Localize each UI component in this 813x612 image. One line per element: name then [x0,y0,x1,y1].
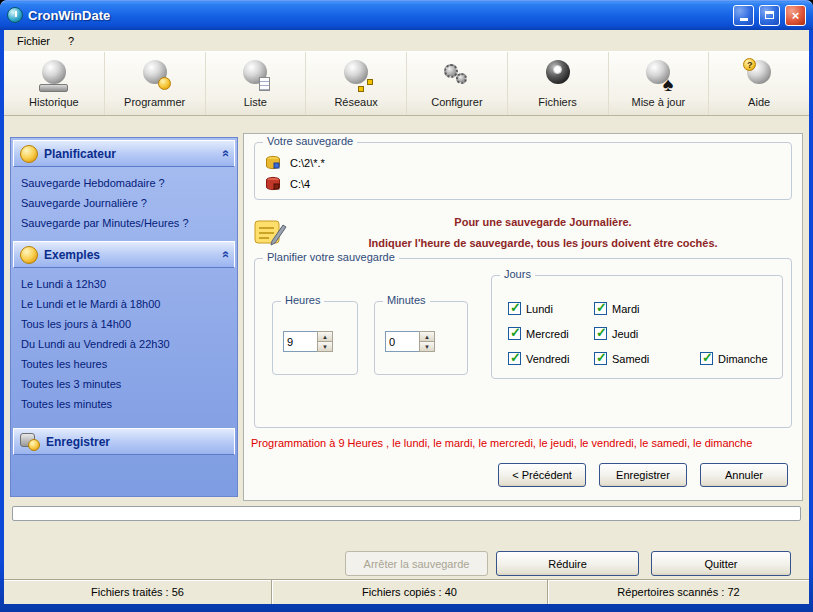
info-text: Pour une sauvegarde Journalière. Indique… [292,216,794,249]
toolbar-button-reseaux[interactable]: Réseaux [306,52,407,115]
hours-spin-down-icon[interactable]: ▼ [317,341,333,352]
menu-help[interactable]: ? [59,32,83,50]
checkbox-icon[interactable] [594,302,607,315]
sidebar-link-exemple-3[interactable]: Tous les jours à 14h00 [11,314,237,334]
day-label: Lundi [526,303,553,315]
checkbox-icon[interactable] [594,327,607,340]
toolbar-button-fichiers[interactable]: Fichiers [508,52,609,115]
checkbox-dimanche[interactable]: Dimanche [700,352,768,365]
title-bar[interactable]: CronWinDate × [0,0,813,30]
maximize-icon [765,11,774,19]
checkbox-jeudi[interactable]: Jeudi [594,327,700,340]
toolbar-label: Liste [244,96,267,108]
note-pencil-icon [252,215,288,249]
save-machine-icon [20,433,40,451]
toolbar: Historique Programmer Liste Réseaux Conf… [4,51,809,116]
examples-icon [20,246,38,264]
toolbar-button-liste[interactable]: Liste [206,52,307,115]
checkbox-vendredi[interactable]: Vendredi [508,352,594,365]
checkbox-icon[interactable] [594,352,607,365]
minutes-spin-up-icon[interactable]: ▲ [419,331,435,341]
sidebar-header-planificateur[interactable]: Planificateur » [13,140,235,167]
update-icon: ♠ [640,57,676,93]
sidebar-link-sauvegarde-minutes-heures[interactable]: Sauvegarde par Minutes/Heures ? [11,213,237,233]
stop-backup-button[interactable]: Arrêter la sauvegarde [345,551,488,576]
window-title: CronWinDate [28,8,728,23]
quit-button[interactable]: Quitter [651,551,791,576]
status-directories-scanned: Répertoires scannés : 72 [548,580,809,604]
minutes-input[interactable] [385,331,419,352]
checkbox-lundi[interactable]: Lundi [508,302,594,315]
checkbox-samedi[interactable]: Samedi [594,352,700,365]
sidebar-link-exemple-2[interactable]: Le Lundi et le Mardi à 18h00 [11,294,237,314]
backup-path-row[interactable]: C:\4 [255,173,791,194]
sidebar-links-planificateur: Sauvegarde Hebdomadaire ? Sauvegarde Jou… [11,167,237,239]
day-label: Mercredi [526,328,569,340]
sidebar-link-exemple-6[interactable]: Toutes les 3 minutes [11,374,237,394]
toolbar-button-configurer[interactable]: Configurer [407,52,508,115]
main-panel: Votre sauvegarde C:\2\*.* C:\4 [243,133,803,501]
toolbar-label: Programmer [124,96,185,108]
checkbox-icon[interactable] [508,327,521,340]
backup-path-row[interactable]: C:\2\*.* [255,152,791,173]
files-icon [540,57,576,93]
previous-button[interactable]: < Précédent [498,463,586,487]
maximize-button[interactable] [759,5,780,26]
network-icon [338,57,374,93]
day-label: Mardi [612,303,640,315]
sidebar-link-exemple-4[interactable]: Du Lundi au Vendredi à 22h30 [11,334,237,354]
hours-spin-up-icon[interactable]: ▲ [317,331,333,341]
minutes-spin-down-icon[interactable]: ▼ [419,341,435,352]
sidebar-section-title: Exemples [44,248,215,262]
toolbar-label: Historique [29,96,79,108]
days-groupbox-title: Jours [500,268,535,280]
sidebar-section-title: Enregistrer [46,435,228,449]
menu-fichier[interactable]: Fichier [8,32,59,50]
dialog-buttons: < Précédent Enregistrer Annuler [498,463,788,487]
hours-groupbox-title: Heures [281,294,324,306]
sidebar-link-exemple-7[interactable]: Toutes les minutes [11,394,237,414]
help-icon: ? [741,57,777,93]
minutes-stepper: ▲ ▼ [385,331,435,352]
checkbox-icon[interactable] [700,352,713,365]
close-button[interactable]: × [785,5,806,26]
hours-input[interactable] [283,331,317,352]
days-groupbox: Jours Lundi Mardi [491,275,783,379]
toolbar-button-programmer[interactable]: Programmer [105,52,206,115]
sidebar-filler [11,455,237,496]
minimize-button[interactable] [733,5,754,26]
cancel-button[interactable]: Annuler [700,463,788,487]
toolbar-button-mise-a-jour[interactable]: ♠ Mise à jour [609,52,710,115]
sidebar-header-exemples[interactable]: Exemples » [13,241,235,268]
status-bar: Fichiers traités : 56 Fichiers copiés : … [4,579,809,604]
checkbox-icon[interactable] [508,352,521,365]
history-icon [36,57,72,93]
sidebar-link-exemple-5[interactable]: Toutes les heures [11,354,237,374]
toolbar-label: Configurer [431,96,482,108]
sidebar-link-exemple-1[interactable]: Le Lundi à 12h30 [11,274,237,294]
reduce-button[interactable]: Réduire [496,551,639,576]
close-icon: × [792,9,800,22]
sidebar-link-sauvegarde-journaliere[interactable]: Sauvegarde Journalière ? [11,193,237,213]
day-label: Samedi [612,353,649,365]
checkbox-mercredi[interactable]: Mercredi [508,327,594,340]
backup-groupbox-title: Votre sauvegarde [263,135,357,147]
chevron-up-icon: » [217,150,232,157]
save-button[interactable]: Enregistrer [599,463,687,487]
toolbar-label: Fichiers [538,96,577,108]
sidebar-header-enregistrer[interactable]: Enregistrer [13,428,235,455]
toolbar-label: Réseaux [334,96,377,108]
toolbar-button-aide[interactable]: ? Aide [709,52,809,115]
schedule-icon [137,57,173,93]
sidebar-links-exemples: Le Lundi à 12h30 Le Lundi et le Mardi à … [11,268,237,420]
info-banner: Pour une sauvegarde Journalière. Indique… [252,208,794,256]
info-line-2: Indiquer l'heure de sauvegarde, tous les… [292,237,794,249]
checkbox-mardi[interactable]: Mardi [594,302,700,315]
checkbox-icon[interactable] [508,302,521,315]
sidebar-link-sauvegarde-hebdomadaire[interactable]: Sauvegarde Hebdomadaire ? [11,173,237,193]
schedule-groupbox-title: Planifier votre sauvegarde [263,251,399,263]
menu-bar: Fichier ? [4,30,809,51]
toolbar-button-historique[interactable]: Historique [4,52,105,115]
backup-source-icon [265,155,281,171]
backup-path: C:\4 [290,178,310,190]
